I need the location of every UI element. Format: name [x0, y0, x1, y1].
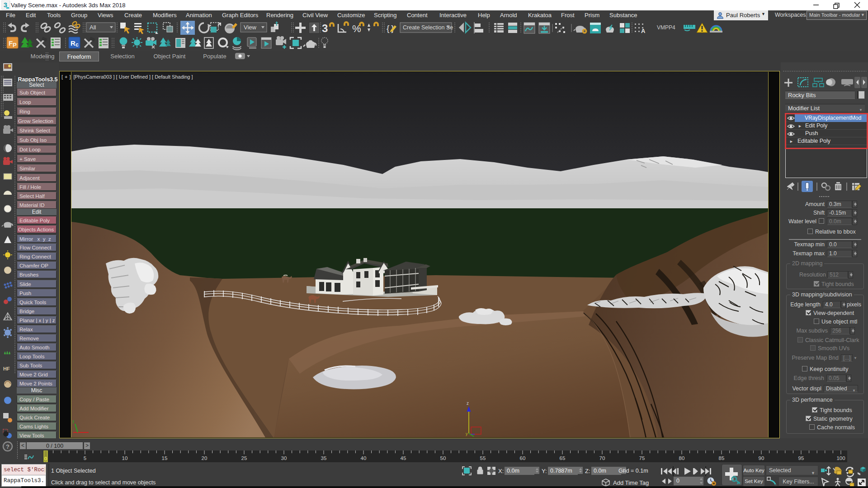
svg-text:70: 70	[599, 455, 605, 461]
svg-text:HF: HF	[3, 366, 10, 371]
svg-text:R: R	[71, 39, 75, 47]
svg-text:?: ?	[6, 443, 9, 450]
svg-text:0: 0	[44, 456, 47, 461]
svg-text:Create Selection Se: Create Selection Se	[403, 24, 453, 31]
svg-text:35: 35	[321, 455, 327, 461]
svg-text:100: 100	[836, 455, 845, 461]
svg-text:10: 10	[122, 455, 128, 461]
svg-text:c: c	[75, 42, 79, 48]
svg-text:z: z	[467, 401, 469, 406]
svg-text:y: y	[72, 419, 75, 423]
svg-text:60: 60	[520, 455, 526, 461]
svg-text:P: P	[13, 42, 17, 48]
svg-text:95: 95	[798, 455, 804, 461]
svg-text:View: View	[244, 24, 257, 31]
svg-text:90: 90	[759, 455, 764, 461]
svg-text:A: A	[641, 28, 646, 34]
svg-text:55: 55	[480, 455, 486, 461]
svg-text:VMPP4: VMPP4	[657, 24, 675, 31]
svg-text:y: y	[466, 432, 468, 436]
svg-text:50: 50	[440, 455, 446, 461]
svg-text:15: 15	[162, 455, 168, 461]
svg-text:80: 80	[679, 455, 685, 461]
svg-text:F: F	[9, 39, 13, 47]
svg-text:45: 45	[401, 455, 406, 461]
svg-text:30: 30	[281, 455, 287, 461]
svg-text:3: 3	[322, 22, 328, 34]
svg-text:25: 25	[241, 455, 247, 461]
svg-text:5: 5	[84, 455, 86, 461]
svg-text:All: All	[90, 24, 96, 31]
svg-text:85: 85	[719, 455, 725, 461]
svg-text:65: 65	[560, 455, 566, 461]
svg-text:20: 20	[202, 455, 208, 461]
svg-text:75: 75	[639, 455, 645, 461]
svg-text:40: 40	[361, 455, 367, 461]
